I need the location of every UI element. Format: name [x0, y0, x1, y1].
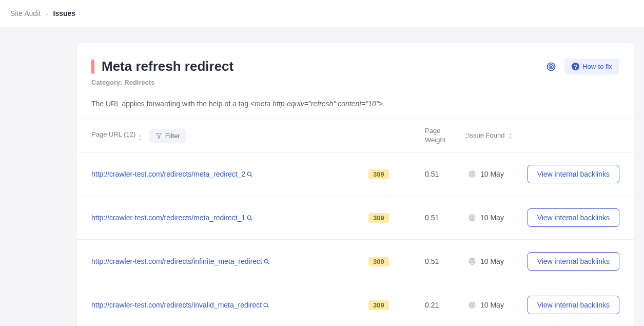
- svg-point-14: [264, 259, 268, 263]
- breadcrumb: Site Audit › Issues: [0, 0, 644, 27]
- page-title: Meta refresh redirect: [102, 59, 233, 74]
- col-weight-header[interactable]: Page Weight: [425, 126, 461, 145]
- table-row: http://crawler-test.com/redirects/meta_r…: [77, 196, 634, 240]
- svg-point-23: [472, 304, 473, 305]
- weight-value: 0.51: [425, 170, 439, 178]
- breadcrumb-parent[interactable]: Site Audit: [10, 9, 41, 17]
- table-row: http://crawler-test.com/redirects/infini…: [77, 240, 634, 283]
- search-icon[interactable]: [246, 171, 253, 178]
- view-backlinks-button[interactable]: View internal backlinks: [528, 252, 619, 271]
- svg-point-2: [551, 66, 552, 67]
- weight-value: 0.51: [425, 214, 439, 222]
- issue-date: 10 May: [480, 170, 504, 178]
- search-icon[interactable]: [263, 258, 270, 265]
- url-link[interactable]: http://crawler-test.com/redirects/meta_r…: [91, 170, 245, 178]
- search-icon[interactable]: [246, 215, 253, 221]
- svg-point-13: [472, 217, 473, 218]
- sort-icon: ▲▼: [509, 132, 512, 140]
- col-url-header[interactable]: Page URL (12) ▲▼: [91, 130, 142, 141]
- question-icon: ?: [572, 63, 579, 70]
- chevron-right-icon: ›: [46, 10, 48, 17]
- target-icon: [468, 301, 476, 309]
- howto-label: How-to fix: [582, 63, 612, 70]
- search-icon[interactable]: [263, 302, 269, 309]
- svg-line-5: [251, 175, 252, 177]
- view-backlinks-button[interactable]: View internal backlinks: [528, 208, 619, 227]
- status-badge: 309: [368, 300, 389, 310]
- status-badge: 309: [368, 257, 389, 266]
- target-icon: [468, 257, 476, 265]
- table-body: http://crawler-test.com/redirects/meta_r…: [77, 152, 634, 326]
- url-link[interactable]: http://crawler-test.com/redirects/invali…: [91, 301, 262, 309]
- issue-date: 10 May: [480, 301, 504, 309]
- weight-value: 0.21: [425, 301, 439, 309]
- target-icon: [468, 214, 476, 222]
- sort-icon: ▲▼: [464, 132, 468, 140]
- svg-line-10: [251, 219, 252, 220]
- svg-line-15: [267, 262, 269, 264]
- weight-value: 0.51: [425, 257, 439, 265]
- status-badge: 309: [368, 169, 389, 179]
- svg-line-20: [267, 306, 269, 308]
- target-icon: [468, 170, 476, 178]
- howto-fix-button[interactable]: ? How-to fix: [564, 59, 619, 74]
- filter-icon: [155, 132, 162, 139]
- issue-date: 10 May: [480, 257, 504, 265]
- view-backlinks-button[interactable]: View internal backlinks: [528, 296, 619, 314]
- svg-point-4: [248, 172, 251, 176]
- table-row: http://crawler-test.com/redirects/meta_r…: [77, 152, 634, 196]
- svg-marker-3: [156, 133, 161, 139]
- sort-icon: ▲▼: [139, 133, 142, 141]
- issue-description: The URL applies forwarding with the help…: [91, 99, 619, 109]
- view-backlinks-button[interactable]: View internal backlinks: [528, 165, 619, 183]
- svg-point-18: [472, 261, 473, 262]
- svg-point-9: [248, 216, 251, 219]
- category-label: Category: Redirects: [91, 79, 619, 86]
- col-issue-header[interactable]: Issue Found: [468, 131, 505, 140]
- breadcrumb-current: Issues: [53, 9, 76, 17]
- table-row: http://crawler-test.com/redirects/invali…: [77, 283, 634, 326]
- issue-card: Meta refresh redirect ? How-to: [77, 43, 634, 326]
- table-header: Page URL (12) ▲▼ Filter Page Weight ▲▼: [77, 119, 634, 152]
- status-badge: 309: [368, 213, 389, 223]
- url-link[interactable]: http://crawler-test.com/redirects/meta_r…: [91, 214, 245, 222]
- svg-point-8: [472, 174, 473, 175]
- target-icon[interactable]: [545, 61, 557, 73]
- svg-point-19: [264, 303, 267, 306]
- severity-indicator: [91, 60, 94, 74]
- url-link[interactable]: http://crawler-test.com/redirects/infini…: [91, 257, 262, 265]
- filter-button[interactable]: Filter: [149, 129, 186, 143]
- issue-date: 10 May: [480, 214, 504, 222]
